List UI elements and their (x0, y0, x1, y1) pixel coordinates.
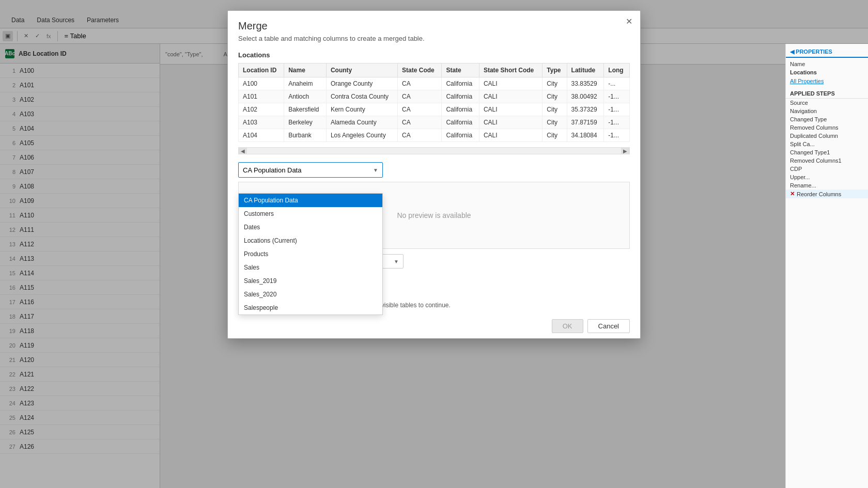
table-cell: CALI (479, 90, 542, 103)
step-label: Changed Type1 (790, 149, 830, 155)
table-cell: Kern County (326, 103, 397, 116)
table-column-header[interactable]: Name (284, 64, 327, 77)
table-cell: CA (398, 77, 442, 90)
table-cell: California (442, 103, 479, 116)
table-cell: 35.37329 (567, 103, 604, 116)
dropdown-list[interactable]: CA Population DataCustomersDatesLocation… (238, 193, 383, 315)
table-column-header[interactable]: Latitude (567, 64, 604, 77)
table-cell: California (442, 77, 479, 90)
table-cell: -1... (604, 103, 630, 116)
dropdown-arrow-icon: ▼ (373, 167, 378, 173)
step-remove-icon[interactable]: ✕ (790, 191, 795, 197)
table-column-header[interactable]: State Short Code (479, 64, 542, 77)
table-cell: 34.18084 (567, 129, 604, 142)
step-label: Removed Columns1 (790, 158, 842, 164)
table-cell: City (542, 103, 567, 116)
applied-step[interactable]: Rename... (786, 181, 868, 190)
table-cell: A100 (239, 77, 284, 90)
applied-step[interactable]: CDP (786, 165, 868, 173)
applied-step[interactable]: Duplicated Column (786, 132, 868, 140)
table-row[interactable]: A100AnaheimOrange CountyCACaliforniaCALI… (239, 77, 630, 90)
applied-step[interactable]: Split Ca... (786, 140, 868, 148)
dropdown-item[interactable]: Products (239, 247, 382, 261)
table-column-header[interactable]: Location ID (239, 64, 284, 77)
table-row[interactable]: A102BakersfieldKern CountyCACaliforniaCA… (239, 103, 630, 116)
dialog-title: Merge (238, 20, 268, 32)
table-cell: California (442, 129, 479, 142)
dropdown-item[interactable]: Locations (Current) (239, 234, 382, 247)
ok-button[interactable]: OK (552, 319, 583, 333)
applied-step[interactable]: Upper... (786, 173, 868, 181)
applied-step[interactable]: Removed Columns1 (786, 156, 868, 165)
step-label: Navigation (790, 108, 817, 114)
table-cell: Contra Costa County (326, 90, 397, 103)
step-label: Removed Columns (790, 124, 839, 131)
step-label: Changed Type (790, 116, 827, 122)
scroll-right-button[interactable]: ▶ (621, 147, 629, 154)
scroll-track (247, 148, 621, 154)
second-table-dropdown[interactable]: CA Population Data ▼ (238, 162, 383, 178)
table-scrollbar[interactable]: ◀ ▶ (238, 147, 630, 154)
dropdown-item[interactable]: Dates (239, 221, 382, 234)
applied-step[interactable]: ✕Reorder Columns (786, 190, 868, 198)
table-cell: Los Angeles County (326, 129, 397, 142)
dropdown-item[interactable]: Customers (239, 207, 382, 221)
applied-step[interactable]: Changed Type1 (786, 148, 868, 156)
table-cell: Bakersfield (284, 103, 327, 116)
table-row[interactable]: A104BurbankLos Angeles CountyCACaliforni… (239, 129, 630, 142)
dropdown-item[interactable]: Salespeople (239, 301, 382, 314)
table-cell: CA (398, 129, 442, 142)
applied-step[interactable]: Changed Type (786, 115, 868, 123)
merge-dialog: ✕ Merge Select a table and matching colu… (227, 10, 641, 339)
step-label: Upper... (790, 174, 810, 180)
dropdown-item[interactable]: Sales (239, 261, 382, 274)
table-column-header[interactable]: Type (542, 64, 567, 77)
qs-title: ◀ PROPERTIES (786, 47, 868, 58)
table-column-header[interactable]: County (326, 64, 397, 77)
dialog-buttons: OK Cancel (228, 314, 640, 338)
table-cell: CALI (479, 129, 542, 142)
cancel-button[interactable]: Cancel (587, 319, 630, 333)
applied-steps: SourceNavigationChanged TypeRemoved Colu… (786, 99, 868, 198)
table-column-header[interactable]: State Code (398, 64, 442, 77)
dialog-close-button[interactable]: ✕ (623, 15, 635, 27)
table-row[interactable]: A103BerkeleyAlameda CountyCACaliforniaCA… (239, 116, 630, 129)
table-cell: A101 (239, 90, 284, 103)
step-label: Duplicated Column (790, 133, 838, 139)
locations-table: Location IDNameCountyState CodeStateStat… (238, 63, 630, 142)
qs-all-properties[interactable]: All Properties (786, 76, 868, 86)
table-cell: CALI (479, 116, 542, 129)
table-cell: Antioch (284, 90, 327, 103)
table-cell: CA (398, 90, 442, 103)
dropdown-item[interactable]: Sales_2019 (239, 274, 382, 288)
qs-applied-title: APPLIED STEPS (786, 88, 868, 99)
table-body: A100AnaheimOrange CountyCACaliforniaCALI… (239, 77, 630, 142)
dropdown-item[interactable]: CA Population Data (239, 194, 382, 207)
table-cell: Orange County (326, 77, 397, 90)
table-cell: A102 (239, 103, 284, 116)
table-column-header[interactable]: Long (604, 64, 630, 77)
second-table-section: CA Population Data ▼ CA Population DataC… (228, 160, 640, 182)
dropdown-selected-value: CA Population Data (243, 166, 301, 174)
table-cell: Alameda County (326, 116, 397, 129)
table-cell: Anaheim (284, 77, 327, 90)
table-cell: Burbank (284, 129, 327, 142)
applied-step[interactable]: Navigation (786, 107, 868, 115)
table-cell: California (442, 116, 479, 129)
applied-step[interactable]: Removed Columns (786, 123, 868, 132)
dialog-overlay: ✕ Merge Select a table and matching colu… (0, 0, 868, 488)
dialog-subtitle: Select a table and matching columns to c… (228, 35, 640, 49)
scroll-left-button[interactable]: ◀ (239, 147, 247, 154)
table-cell: 33.83529 (567, 77, 604, 90)
table-row[interactable]: A101AntiochContra Costa CountyCACaliforn… (239, 90, 630, 103)
dropdown-item[interactable]: Sales_2020 (239, 288, 382, 301)
table-header: Location IDNameCountyState CodeStateStat… (239, 64, 630, 77)
table-cell: City (542, 90, 567, 103)
table-cell: 38.00492 (567, 90, 604, 103)
table-cell: City (542, 129, 567, 142)
table-cell: City (542, 77, 567, 90)
applied-step[interactable]: Source (786, 99, 868, 107)
join-arrow-icon: ▼ (394, 259, 399, 264)
table-section-title: Locations (228, 49, 640, 63)
table-column-header[interactable]: State (442, 64, 479, 77)
